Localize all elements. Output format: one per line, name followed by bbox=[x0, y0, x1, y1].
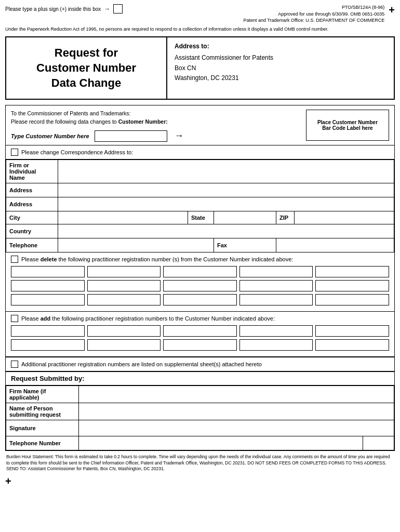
add-reg-2[interactable] bbox=[87, 325, 161, 337]
intro-paragraph: To the Commissioner of Patents and Trade… bbox=[11, 110, 301, 126]
city-state-zip-row: City State ZIP bbox=[6, 211, 394, 224]
add-checkbox-row: Please add the following practitioner re… bbox=[11, 315, 389, 325]
delete-reg-3[interactable] bbox=[163, 266, 237, 277]
signature-input-cell bbox=[79, 420, 394, 436]
firm-name-label: Firm or Individual Name bbox=[6, 159, 58, 183]
intro-top: To the Commissioner of Patents and Trade… bbox=[11, 110, 389, 142]
firm-name-submitted-label: Firm Name (if applicable) bbox=[6, 385, 79, 403]
firm-name-submitted-input-cell bbox=[79, 385, 394, 403]
delete-reg-grid-row1 bbox=[11, 266, 389, 277]
date-input[interactable] bbox=[363, 436, 394, 450]
add-reg-grid-row2 bbox=[11, 339, 389, 351]
signature-label: Signature bbox=[6, 420, 79, 436]
delete-reg-14[interactable] bbox=[239, 294, 313, 305]
delete-practitioner-section: Please delete the following practitioner… bbox=[6, 252, 394, 312]
address-content: Assistant Commissioner for Patents Box C… bbox=[175, 53, 386, 83]
person-name-row: Name of Person submitting request bbox=[6, 403, 394, 420]
address1-input-cell bbox=[58, 183, 394, 197]
delete-checkbox[interactable] bbox=[11, 256, 18, 263]
barcode-col: Place Customer Number Bar Code Label her… bbox=[301, 110, 389, 141]
delete-reg-6[interactable] bbox=[11, 280, 85, 291]
address1-input[interactable] bbox=[61, 185, 391, 195]
city-input-cell bbox=[58, 211, 188, 224]
delete-reg-2[interactable] bbox=[87, 266, 161, 277]
add-reg-3[interactable] bbox=[163, 325, 237, 337]
top-right-info: PTO/SB/124A (8-96) Approved for use thro… bbox=[243, 4, 395, 24]
address2-label: Address bbox=[6, 197, 58, 211]
country-label: Country bbox=[6, 224, 58, 238]
signature-input[interactable] bbox=[82, 422, 391, 434]
add-reg-10[interactable] bbox=[315, 339, 389, 351]
supplemental-checkbox[interactable] bbox=[11, 361, 18, 368]
state-input[interactable] bbox=[217, 213, 273, 222]
address-to-label: Address to: bbox=[175, 43, 386, 50]
supplemental-label: Additional practitioner registration num… bbox=[21, 361, 262, 367]
title-left: Request for Customer Number Data Change bbox=[6, 37, 167, 99]
country-input[interactable] bbox=[61, 227, 391, 236]
firm-name-input-cell bbox=[58, 159, 394, 183]
add-reg-6[interactable] bbox=[11, 339, 85, 351]
delete-reg-11[interactable] bbox=[11, 294, 85, 305]
instruction-text: Please type a plus sign (+) inside this … bbox=[5, 4, 123, 14]
customer-number-label: Type Customer Number here bbox=[11, 133, 89, 139]
customer-number-input[interactable] bbox=[95, 130, 167, 142]
add-reg-1[interactable] bbox=[11, 325, 85, 337]
telephone-date-row: Telephone Number Date bbox=[6, 436, 394, 450]
add-checkbox[interactable] bbox=[11, 315, 18, 322]
firm-name-input[interactable] bbox=[61, 167, 391, 176]
zip-input[interactable] bbox=[298, 213, 391, 222]
delete-reg-7[interactable] bbox=[87, 280, 161, 291]
department-info: Patent and Trademark Office: U.S. DEPART… bbox=[243, 17, 384, 24]
delete-reg-13[interactable] bbox=[163, 294, 237, 305]
firm-name-row: Firm or Individual Name bbox=[6, 159, 394, 183]
delete-reg-8[interactable] bbox=[163, 280, 237, 291]
add-reg-4[interactable] bbox=[239, 325, 313, 337]
zip-label: ZIP bbox=[276, 211, 295, 224]
form-title: Request for Customer Number Data Change bbox=[36, 46, 136, 90]
add-reg-8[interactable] bbox=[163, 339, 237, 351]
correspondence-checkbox[interactable] bbox=[11, 149, 18, 156]
address2-row: Address bbox=[6, 197, 394, 211]
state-input-cell bbox=[214, 211, 276, 224]
add-reg-9[interactable] bbox=[239, 339, 313, 351]
delete-reg-4[interactable] bbox=[239, 266, 313, 277]
correspondence-checkbox-row: Please change Correspondence Address to: bbox=[6, 145, 394, 159]
supplemental-checkbox-row: Additional practitioner registration num… bbox=[6, 357, 394, 371]
main-form: To the Commissioner of Patents and Trade… bbox=[5, 105, 395, 451]
state-label: State bbox=[188, 211, 214, 224]
form-intro: To the Commissioner of Patents and Trade… bbox=[6, 105, 394, 145]
title-right: Address to: Assistant Commissioner for P… bbox=[167, 37, 394, 99]
footer-burden-statement: Burden Hour Statement: This form is esti… bbox=[5, 454, 395, 473]
plus-sign-box[interactable] bbox=[113, 4, 123, 14]
add-reg-7[interactable] bbox=[87, 339, 161, 351]
firm-name-submitted-input[interactable] bbox=[82, 390, 391, 399]
delete-reg-5[interactable] bbox=[315, 266, 389, 277]
add-reg-5[interactable] bbox=[315, 325, 389, 337]
delete-reg-12[interactable] bbox=[87, 294, 161, 305]
address1-row: Address bbox=[6, 183, 394, 197]
paperwork-notice: Under the Paperwork Reduction Act of 199… bbox=[5, 26, 395, 33]
title-section: Request for Customer Number Data Change … bbox=[5, 36, 395, 100]
bottom-plus-icon: + bbox=[5, 475, 395, 487]
city-input[interactable] bbox=[61, 213, 184, 222]
submitted-section: Request Submitted by: Firm Name (if appl… bbox=[6, 371, 394, 450]
person-name-label: Name of Person submitting request bbox=[6, 403, 79, 420]
country-input-cell bbox=[58, 224, 394, 238]
telephone-number-input[interactable] bbox=[82, 438, 349, 448]
delete-reg-10[interactable] bbox=[315, 280, 389, 291]
telephone-input[interactable] bbox=[61, 241, 210, 250]
delete-reg-1[interactable] bbox=[11, 266, 85, 277]
telephone-input-cell bbox=[58, 238, 214, 252]
zip-input-cell bbox=[295, 211, 394, 224]
delete-reg-15[interactable] bbox=[315, 294, 389, 305]
delete-reg-9[interactable] bbox=[239, 280, 313, 291]
address2-input[interactable] bbox=[61, 200, 391, 209]
person-name-input[interactable] bbox=[82, 407, 391, 416]
telephone-number-label: Telephone Number bbox=[6, 436, 79, 450]
telephone-label: Telephone bbox=[6, 238, 58, 252]
country-row: Country bbox=[6, 224, 394, 238]
fax-label: Fax bbox=[214, 238, 276, 252]
correspondence-label: Please change Correspondence Address to: bbox=[21, 149, 133, 155]
fax-input[interactable] bbox=[279, 241, 391, 250]
add-reg-grid-row1 bbox=[11, 325, 389, 337]
